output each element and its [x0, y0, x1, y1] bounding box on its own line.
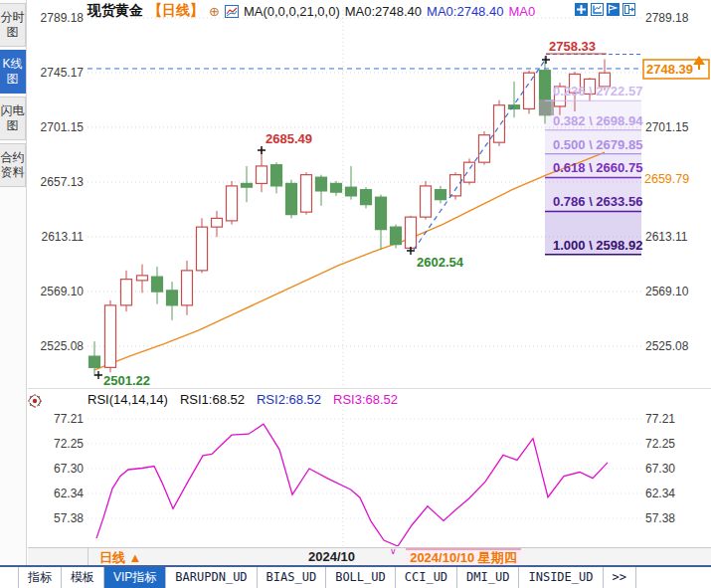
candle[interactable] — [212, 218, 223, 227]
axis-window-icon[interactable] — [591, 3, 604, 16]
candle[interactable] — [346, 187, 357, 196]
ma-line — [94, 152, 605, 370]
rsi-header: RSI(14,14,14) RSI1:68.52 RSI2:68.52 RSI3… — [88, 392, 398, 407]
price-tick-left: 2745.17 — [41, 66, 85, 80]
price-tick-left: 2789.18 — [41, 11, 85, 25]
candle[interactable] — [197, 227, 208, 271]
price-tick-right: 2525.08 — [645, 339, 689, 353]
fib-anchor-handle[interactable] — [539, 99, 554, 115]
time-axis-row: ∨ 日线 ▲ 2024/10 2024/10/10 星期四 — [28, 547, 711, 565]
period-badge: 【日线】 — [148, 2, 204, 20]
ma-indicator-icon[interactable] — [225, 5, 239, 18]
candle[interactable] — [436, 190, 446, 200]
price-tick-right: 2701.15 — [645, 120, 689, 134]
candle[interactable] — [361, 190, 372, 205]
indicator-tab-1[interactable]: 模板 — [62, 567, 104, 588]
current-price-value: 2748.39 — [646, 62, 693, 77]
candle[interactable] — [509, 105, 520, 109]
candle[interactable] — [301, 175, 312, 212]
rsi1-value: RSI1:68.52 — [180, 392, 245, 407]
rsi-tick-right: 72.25 — [645, 437, 675, 451]
rsi-dip-marker: ∨ — [390, 546, 397, 556]
ma0-value-tertiary: MA0 — [508, 4, 535, 19]
candle[interactable] — [137, 276, 148, 281]
candle[interactable] — [450, 175, 461, 196]
candle[interactable] — [286, 183, 297, 214]
candle[interactable] — [494, 105, 505, 142]
candle[interactable] — [152, 277, 163, 292]
price-tick-left: 2701.15 — [41, 120, 85, 134]
indicator-tab-9[interactable]: >> — [604, 567, 636, 588]
chart-toolbar — [575, 3, 635, 16]
move-tool-icon[interactable] — [575, 3, 588, 16]
rsi-tick-left: 57.38 — [54, 511, 84, 525]
symbol-name: 现货黄金 — [88, 2, 143, 20]
candle[interactable] — [479, 135, 490, 162]
indicator-settings-icon[interactable] — [27, 393, 43, 409]
candle[interactable] — [242, 183, 253, 187]
indicator-tab-0[interactable]: 指标 — [19, 567, 62, 588]
candle[interactable] — [376, 197, 387, 229]
candle[interactable] — [316, 177, 327, 191]
rsi-tick-left: 77.21 — [54, 412, 84, 426]
fib-level-label: 0.618 \ 2660.75 — [553, 160, 642, 175]
indicator-tab-3[interactable]: BARUPDN_UD — [166, 567, 257, 588]
indicator-tab-4[interactable]: BIAS_UD — [258, 567, 327, 588]
chart-header: 现货黄金 【日线】 ⊕ MA(0,0,0,21,0,0) MA0:2748.40… — [88, 3, 535, 19]
fib-level-label: 0.236 \ 2722.57 — [553, 84, 642, 98]
swing-marker — [94, 371, 102, 379]
candle[interactable] — [406, 217, 417, 248]
sidebar-tab-1[interactable]: K线图 — [0, 50, 26, 94]
indicator-tab-bar: 指标模板VIP指标BARUPDN_UDBIAS_UDBOLL_UDCCI_UDD… — [0, 565, 711, 588]
rsi-tick-right: 62.34 — [645, 487, 675, 500]
trading-terminal: 2789.182789.182745.172745.172701.152701.… — [0, 0, 711, 588]
rsi-tick-left: 67.30 — [54, 462, 84, 476]
indicator-tab-7[interactable]: DMI_UD — [457, 567, 519, 588]
fib-level-label: 0.500 \ 2679.85 — [553, 137, 642, 152]
rsi-tick-right: 57.38 — [645, 511, 675, 525]
tab-bar-spacer — [0, 567, 19, 588]
sidebar-tab-2[interactable]: 闪电图 — [0, 97, 26, 140]
rsi-tick-left: 72.25 — [54, 437, 84, 451]
chart-canvas[interactable]: 2789.182789.182745.172745.172701.152701.… — [0, 0, 711, 565]
candle[interactable] — [271, 165, 282, 186]
rsi2-value: RSI2:68.52 — [257, 392, 321, 407]
sidebar-tab-0[interactable]: 分时图 — [0, 3, 26, 47]
candle[interactable] — [331, 183, 342, 192]
candle[interactable] — [182, 271, 193, 305]
indicator-tab-8[interactable]: INSIDE_UD — [519, 567, 603, 588]
month-tick-label: 2024/10 — [308, 549, 355, 564]
candle[interactable] — [105, 305, 116, 367]
detach-window-icon[interactable] — [622, 3, 635, 16]
swing-marker — [258, 146, 266, 154]
indicator-pane-icon[interactable] — [607, 3, 620, 16]
rsi3-value: RSI3:68.52 — [333, 392, 398, 407]
rsi-formula: RSI(14,14,14) — [88, 392, 168, 407]
candle[interactable] — [421, 186, 432, 217]
candle[interactable] — [391, 227, 402, 244]
candle[interactable] — [89, 356, 100, 367]
fib-level-label: 0.786 \ 2633.56 — [553, 194, 642, 209]
indicator-tab-5[interactable]: BOLL_UD — [326, 567, 396, 588]
candle[interactable] — [464, 162, 475, 182]
ma-marker-value: 2659.79 — [644, 172, 689, 186]
candle[interactable] — [257, 166, 267, 183]
candle[interactable] — [167, 291, 178, 305]
price-tick-left: 2657.13 — [41, 175, 85, 189]
price-tick-left: 2569.10 — [41, 285, 85, 298]
ma-settings-label: MA(0,0,0,21,0,0) — [244, 4, 340, 19]
swing-price-label: 2758.33 — [549, 39, 596, 54]
axis-divider — [88, 548, 89, 566]
swing-price-label: 2501.22 — [103, 373, 150, 388]
indicator-tab-6[interactable]: CCI_UD — [396, 567, 457, 588]
indicator-tab-2[interactable]: VIP指标 — [104, 567, 166, 588]
candle[interactable] — [227, 186, 238, 221]
swing-price-label: 2685.49 — [266, 131, 312, 146]
add-indicator-icon[interactable]: ⊕ — [209, 5, 220, 18]
candle[interactable] — [121, 280, 132, 305]
price-tick-right: 2569.10 — [645, 285, 689, 298]
sidebar-tab-3[interactable]: 合约资料 — [0, 143, 26, 187]
rsi-tick-right: 67.30 — [645, 462, 675, 476]
swing-price-label: 2602.54 — [417, 255, 464, 270]
rsi-tick-right: 77.21 — [645, 412, 675, 426]
